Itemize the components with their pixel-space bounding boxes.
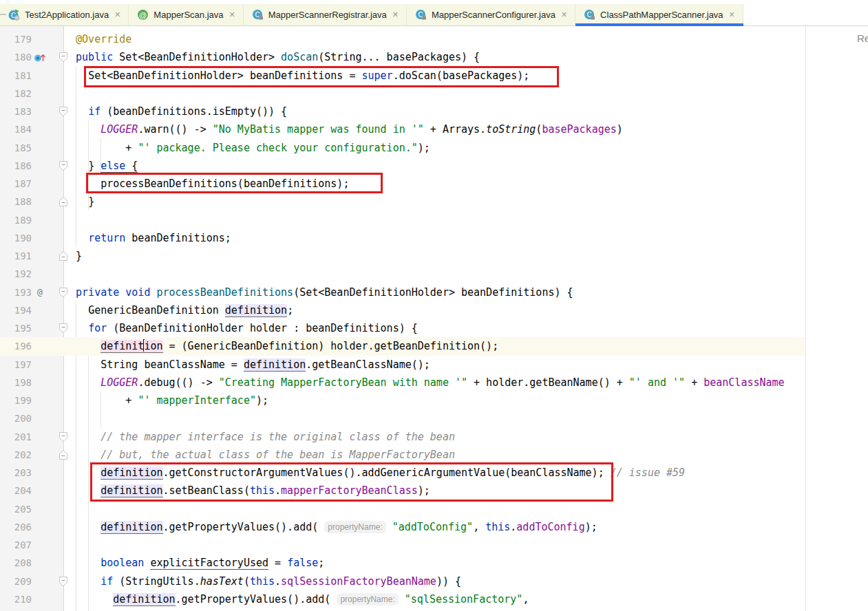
code-line-181[interactable]: 181 Set<BeanDefinitionHolder> beanDefini… <box>0 67 868 85</box>
code-line-201[interactable]: 201 // the mapper interface is the origi… <box>0 428 868 446</box>
fold-slot <box>48 554 63 572</box>
code-line-191[interactable]: 191 } <box>0 247 868 265</box>
code-line-210[interactable]: 210 definition.getPropertyValues().add( … <box>0 590 868 608</box>
code-token: definition <box>225 304 287 317</box>
code-line-202[interactable]: 202 // but, the actual class of the bean… <box>0 446 868 464</box>
code-token: (beanDefinitions.isEmpty()) { <box>100 105 287 118</box>
gutter-icon-slot <box>32 120 48 138</box>
code-line-186[interactable]: 186 } else { <box>0 157 868 175</box>
fold-region-start-icon[interactable] <box>48 157 63 175</box>
code-line-209[interactable]: 209 if (StringUtils.hasText(this.sqlSess… <box>0 572 868 590</box>
code-text[interactable]: + "' mapperInterface"); <box>63 392 868 409</box>
code-line-190[interactable]: 190 return beanDefinitions; <box>0 229 868 247</box>
code-line-194[interactable]: 194 GenericBeanDefinition definition; <box>0 301 868 319</box>
overriding-method-icon[interactable] <box>32 48 48 66</box>
code-line-180[interactable]: 180 public Set<BeanDefinitionHolder> doS… <box>0 48 868 66</box>
fold-region-start-icon[interactable] <box>48 572 63 590</box>
code-text[interactable]: LOGGER.warn(() -> "No MyBatis mapper was… <box>63 120 868 138</box>
code-token: , <box>473 521 485 533</box>
code-line-205[interactable]: 205 <box>0 500 868 518</box>
code-line-189[interactable]: 189 <box>0 211 868 229</box>
fold-region-end-icon[interactable] <box>48 446 63 464</box>
code-line-199[interactable]: 199 + "' mapperInterface"); <box>0 392 868 409</box>
code-text[interactable]: if (StringUtils.hasText(this.sqlSessionF… <box>63 572 868 590</box>
code-line-185[interactable]: 185 + "' package. Please check your conf… <box>0 139 868 157</box>
code-text[interactable]: return beanDefinitions; <box>63 229 868 247</box>
tab-close-icon[interactable]: ✕ <box>229 11 236 19</box>
code-text[interactable]: definition.getPropertyValues().add( prop… <box>63 518 868 536</box>
tab-close-icon[interactable]: ✕ <box>392 11 399 19</box>
tab-test2application-java[interactable]: CTest2Application.java✕ <box>0 4 129 25</box>
gutter-icon-slot <box>32 30 48 48</box>
code-line-187[interactable]: 187 processBeanDefinitions(beanDefinitio… <box>0 175 868 193</box>
gutter-icon-slot <box>32 500 48 518</box>
code-line-184[interactable]: 184 LOGGER.warn(() -> "No MyBatis mapper… <box>0 120 868 138</box>
code-text[interactable]: // the mapper interface is the original … <box>63 428 868 446</box>
gutter-icon-slot <box>32 590 48 608</box>
code-line-204[interactable]: 204 definition.setBeanClass(this.mapperF… <box>0 482 868 500</box>
code-token: hasText <box>200 575 244 588</box>
code-line-182[interactable]: 182 <box>0 85 868 103</box>
code-line-200[interactable]: 200 <box>0 409 868 427</box>
code-text[interactable]: definition.getPropertyValues().add( prop… <box>63 590 868 608</box>
tab-mapperscannerregistrar-java[interactable]: CMapperScannerRegistrar.java✕ <box>244 4 407 25</box>
code-token: "Creating MapperFactoryBean with name '" <box>219 376 467 389</box>
code-text[interactable]: definition.setBeanClass(this.mapperFacto… <box>63 482 868 500</box>
code-line-179[interactable]: 179 @Override <box>0 30 868 48</box>
fold-region-start-icon[interactable] <box>48 103 63 120</box>
code-text[interactable]: LOGGER.debug(() -> "Creating MapperFacto… <box>63 374 868 392</box>
gutter-icon-slot <box>32 175 48 193</box>
code-line-197[interactable]: 197 String beanClassName = definition.ge… <box>0 356 868 374</box>
code-line-183[interactable]: 183 if (beanDefinitions.isEmpty()) { <box>0 103 868 120</box>
fold-region-end-icon[interactable] <box>48 193 63 211</box>
code-text[interactable]: } else { <box>63 157 868 175</box>
fold-region-start-icon[interactable] <box>48 319 63 337</box>
code-text[interactable]: } <box>63 193 868 211</box>
code-line-208[interactable]: 208 boolean explicitFactoryUsed = false; <box>0 554 868 572</box>
gutter-icon-slot <box>32 229 48 247</box>
fold-slot <box>48 464 63 482</box>
annotation-gutter-icon[interactable]: @ <box>32 283 48 301</box>
code-line-188[interactable]: 188 } <box>0 193 868 211</box>
code-line-198[interactable]: 198 LOGGER.debug(() -> "Creating MapperF… <box>0 374 868 392</box>
tab-mapperscan-java[interactable]: @MapperScan.java✕ <box>129 4 243 25</box>
fold-region-start-icon[interactable] <box>48 48 63 66</box>
code-text[interactable]: Set<BeanDefinitionHolder> beanDefinition… <box>63 67 868 85</box>
fold-region-start-icon[interactable] <box>48 428 63 446</box>
code-text[interactable]: GenericBeanDefinition definition; <box>63 301 868 319</box>
code-text[interactable]: if (beanDefinitions.isEmpty()) { <box>63 103 868 120</box>
code-line-193[interactable]: 193@ private void processBeanDefinitions… <box>0 283 868 301</box>
code-token: GenericBeanDefinition <box>88 304 225 317</box>
code-token: this <box>485 521 510 533</box>
tab-close-icon[interactable]: ✕ <box>560 11 568 19</box>
line-number: 189 <box>0 211 32 229</box>
tab-close-icon[interactable]: ✕ <box>114 11 121 19</box>
code-text[interactable]: @Override <box>63 30 868 48</box>
code-text[interactable]: } <box>63 247 868 265</box>
code-text[interactable]: private void processBeanDefinitions(Set<… <box>63 283 868 301</box>
code-line-196[interactable]: 196 definition = (GenericBeanDefinition)… <box>0 337 868 355</box>
code-text[interactable]: for (BeanDefinitionHolder holder : beanD… <box>63 319 868 337</box>
line-number: 185 <box>0 139 32 157</box>
code-line-195[interactable]: 195 for (BeanDefinitionHolder holder : b… <box>0 319 868 337</box>
fold-region-end-icon[interactable] <box>48 247 63 265</box>
code-text[interactable]: definition = (GenericBeanDefinition) hol… <box>63 337 868 355</box>
code-editor[interactable]: 179 @Override180 public Set<BeanDefiniti… <box>0 26 868 611</box>
code-line-203[interactable]: 203 definition.getConstructorArgumentVal… <box>0 464 868 482</box>
code-text[interactable]: processBeanDefinitions(beanDefinitions); <box>63 175 868 193</box>
code-text[interactable]: + "' package. Please check your configur… <box>63 139 868 157</box>
code-text[interactable]: definition.getConstructorArgumentValues(… <box>63 464 868 482</box>
code-line-192[interactable]: 192 <box>0 265 868 283</box>
code-token: } <box>88 195 94 208</box>
code-text[interactable]: boolean explicitFactoryUsed = false; <box>63 554 868 572</box>
fold-region-start-icon[interactable] <box>48 283 63 301</box>
code-text[interactable]: public Set<BeanDefinitionHolder> doScan(… <box>63 48 868 66</box>
code-token: LOGGER <box>100 376 138 389</box>
tab-classpathmapperscanner-java[interactable]: CClassPathMapperScanner.java✕ <box>575 4 743 25</box>
tab-close-icon[interactable]: ✕ <box>728 11 736 19</box>
code-line-206[interactable]: 206 definition.getPropertyValues().add( … <box>0 518 868 536</box>
code-text[interactable]: String beanClassName = definition.getBea… <box>63 356 868 374</box>
code-line-207[interactable]: 207 <box>0 536 868 554</box>
tab-mapperscannerconfigurer-java[interactable]: CMapperScannerConfigurer.java✕ <box>407 4 575 25</box>
code-text[interactable]: // but, the actual class of the bean is … <box>63 446 868 464</box>
